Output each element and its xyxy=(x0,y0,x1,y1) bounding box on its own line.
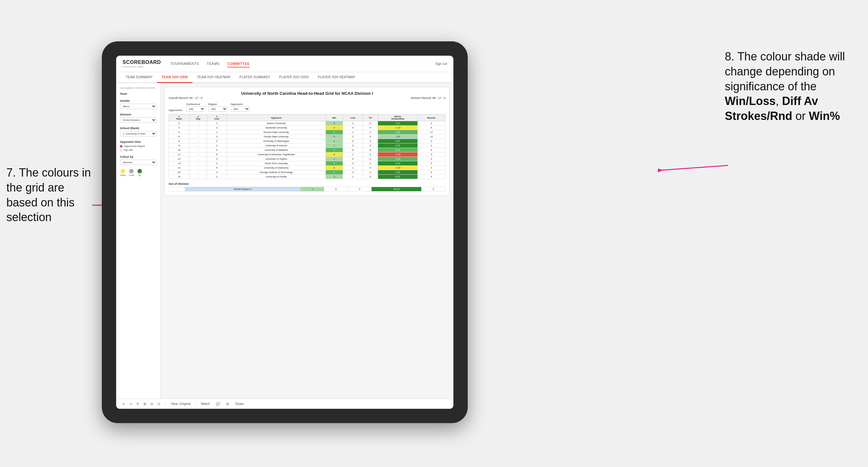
table-row: 9 - 1 University of Arizona 1 0 0 9.00 2 xyxy=(169,144,445,148)
sign-out-button[interactable]: Sign out xyxy=(435,62,447,65)
sidebar-school-section: School (Rank) 1. University of Nort... xyxy=(120,127,157,136)
cell-rounds: 17 xyxy=(417,130,445,134)
cell-win: 3 xyxy=(326,161,343,166)
cell-tie: 0 xyxy=(363,121,378,126)
cell-tie: 0 xyxy=(363,126,378,130)
region-filter-label: Region xyxy=(209,103,227,105)
crop-button[interactable]: ⊞ xyxy=(142,402,147,406)
tab-player-h2h-heatmap[interactable]: PLAYER H2H HEATMAP xyxy=(313,72,360,83)
cell-conf: 2 xyxy=(207,134,227,139)
cell-reg: - xyxy=(189,121,207,126)
cell-rounds: 8 xyxy=(417,126,445,130)
redo-button[interactable]: ↪ xyxy=(128,402,133,406)
cell-reg: - xyxy=(189,126,207,130)
cell-rank: 16 xyxy=(169,175,190,179)
cell-diff: 5.56 xyxy=(378,161,418,166)
radio-opponents-played[interactable]: Opponents Played xyxy=(120,145,157,148)
cell-rank: 15 xyxy=(169,170,190,175)
nav-teams[interactable]: TEAMS xyxy=(207,60,220,67)
clock-button[interactable]: ◷ xyxy=(156,402,162,406)
cell-diff: 2.28 xyxy=(378,130,418,134)
cell-name: Vanderbilt University xyxy=(226,126,326,130)
cell-reg: - xyxy=(189,130,207,134)
forward-button[interactable]: ⟳ xyxy=(135,402,140,406)
conference-select[interactable]: (All) xyxy=(186,106,205,112)
table-row: 4 - 1 Arizona State University 5 1 0 2.2… xyxy=(169,130,445,134)
cell-win: 1 xyxy=(326,139,343,144)
tab-player-h2h-grid[interactable]: PLAYER H2H GRID xyxy=(275,72,313,83)
cell-name: University of Oklahoma xyxy=(226,166,326,170)
table-header-row: #Rank #Reg #Conf Opponent Win Loss Tie D… xyxy=(169,115,445,121)
tab-team-summary[interactable]: TEAM SUMMARY xyxy=(121,72,157,83)
tab-team-h2h-heatmap[interactable]: TEAM H2H HEATMAP xyxy=(192,72,235,83)
cell-name: Georgia Institute of Technology xyxy=(226,170,326,175)
cell-conf: 3 xyxy=(207,157,227,161)
out-of-division-header: Out of division xyxy=(168,182,445,185)
cell-win: 0 xyxy=(326,166,343,170)
ipad-screen: SCOREBOARD Powered by clippd TOURNAMENTS… xyxy=(116,56,454,409)
colour-by-select[interactable]: Win/loss xyxy=(120,160,157,165)
bottom-toolbar: ↩ ↪ ⟳ ⊞ ⊡ ◷ View: Original Watch 💬 ⊞ Sha… xyxy=(116,399,454,409)
cell-rounds: 3 xyxy=(417,166,445,170)
filter-region: Region (All) xyxy=(209,103,227,112)
cell-rounds: 8 xyxy=(417,148,445,152)
gender-select[interactable]: Men's xyxy=(120,104,157,109)
grid-button[interactable]: ⊞ xyxy=(225,402,230,406)
region-select[interactable]: (All) xyxy=(209,106,227,112)
division-label: Division xyxy=(120,113,157,116)
cell-conf: 1 xyxy=(207,130,227,134)
cell-diff: 4.50 xyxy=(378,170,418,175)
watch-button[interactable]: Watch xyxy=(200,402,211,406)
cell-rank: 11 xyxy=(169,152,190,157)
legend-dot-up xyxy=(137,169,142,174)
grid-card: University of North Carolina Head-to-Hea… xyxy=(164,87,450,196)
division-select[interactable]: NCAA Division I xyxy=(120,117,157,123)
tab-team-h2h-grid[interactable]: TEAM H2H GRID xyxy=(157,72,192,83)
view-original-button[interactable]: View: Original xyxy=(169,402,192,406)
opponent-select[interactable]: (All) xyxy=(231,106,250,112)
cell-rank: 8 xyxy=(169,139,190,144)
sidebar-colour-by-section: Colour by Win/loss xyxy=(120,155,157,165)
sidebar-gender-section: Gender Men's xyxy=(120,99,157,109)
arrow-right xyxy=(658,161,728,174)
sub-tabs: TEAM SUMMARY TEAM H2H GRID TEAM H2H HEAT… xyxy=(116,72,454,83)
opponents-filter-label: Opponents: xyxy=(168,109,183,112)
nav-committee[interactable]: COMMITTEE xyxy=(227,60,250,67)
table-row: 10 - 5 University of Alabama 3 0 0 2.61 … xyxy=(169,148,445,152)
share-button[interactable]: Share xyxy=(234,402,245,406)
nav-tournaments[interactable]: TOURNAMENTS xyxy=(170,60,199,67)
cell-diff: -1.00 xyxy=(378,166,418,170)
cell-rank: 6 xyxy=(169,134,190,139)
table-row: 8 - 2 University of Washington 1 0 0 3.6… xyxy=(169,139,445,144)
main-content: Last Updated: 27/03/2024 16:55:38 Team G… xyxy=(116,83,454,399)
cell-name: Arizona State University xyxy=(226,130,326,134)
table-body: 2 - 1 Auburn University 2 1 0 1.67 9 3 -… xyxy=(169,121,445,179)
comment-button[interactable]: 💬 xyxy=(215,402,221,406)
cell-loss: 0 xyxy=(343,157,363,161)
cell-diff: 9.00 xyxy=(378,144,418,148)
table-row: 12 - 3 University of Virginia 1 0 0 2.33… xyxy=(169,157,445,161)
tab-player-summary[interactable]: PLAYER SUMMARY xyxy=(235,72,275,83)
cell-conf: 2 xyxy=(207,175,227,179)
cell-loss: 0 xyxy=(343,139,363,144)
extra-btn[interactable]: ⊡ xyxy=(149,402,154,406)
nav-links: TOURNAMENTS TEAMS COMMITTEE xyxy=(170,60,426,67)
table-row: 14 - 5 University of Oklahoma 0 1 0 -1.0… xyxy=(169,166,445,170)
table-row: 2 - 1 Auburn University 2 1 0 1.67 9 xyxy=(169,121,445,126)
out-of-division-table: NCAA Division II 1 0 0 26.00 3 xyxy=(168,187,445,191)
cell-rank: 13 xyxy=(169,161,190,166)
legend-up: Up xyxy=(137,169,142,176)
table-row: 15 - 4 Georgia Institute of Technology 5… xyxy=(169,170,445,175)
last-updated: Last Updated: 27/03/2024 16:55:38 xyxy=(120,87,157,89)
col-conf: #Conf xyxy=(207,115,227,121)
cell-conf: 1 xyxy=(207,161,227,166)
cell-name: University of Arizona xyxy=(226,144,326,148)
radio-top-100[interactable]: Top 100 xyxy=(120,149,157,151)
cell-win: 1 xyxy=(326,144,343,148)
undo-button[interactable]: ↩ xyxy=(121,402,126,406)
cell-conf: 2 xyxy=(207,139,227,144)
radio-dot-top-100 xyxy=(120,149,123,151)
cell-diff: 2.61 xyxy=(378,148,418,152)
school-select[interactable]: 1. University of Nort... xyxy=(120,131,157,136)
table-row: 3 - 2 Vanderbilt University 0 4 0 -2.29 … xyxy=(169,126,445,130)
